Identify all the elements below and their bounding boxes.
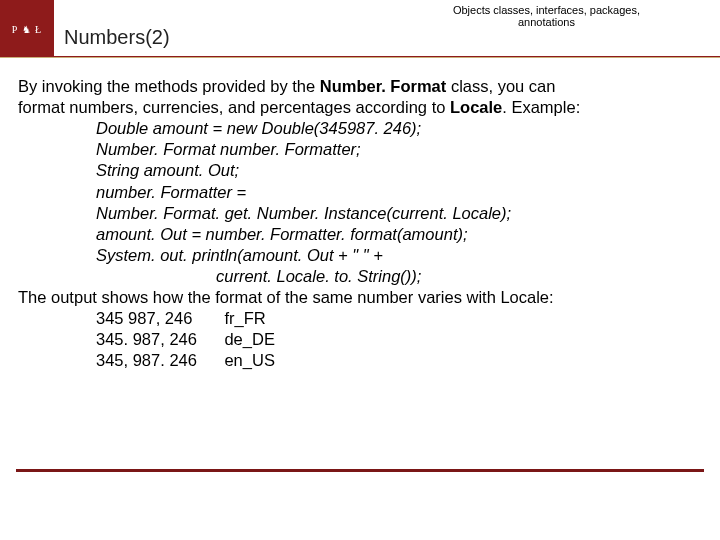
code-l1: Double amount = new Double(345987. 246); <box>96 118 706 139</box>
code-l8: current. Locale. to. String()); <box>216 266 706 287</box>
slide-title: Numbers(2) <box>64 26 170 49</box>
code-l5: Number. Format. get. Number. Instance(cu… <box>96 203 706 224</box>
code-l7: System. out. println(amount. Out + " " + <box>96 245 706 266</box>
intro-line-2: format numbers, currencies, and percenta… <box>18 97 706 118</box>
intro1c: class, you can <box>446 77 555 95</box>
header: P ♞ Ł Objects classes, interfaces, packa… <box>0 0 720 58</box>
topic-line2: annotations <box>518 16 575 28</box>
topic-line1: Objects classes, interfaces, packages, <box>453 4 640 16</box>
code-l2: Number. Format number. Formatter; <box>96 139 706 160</box>
code-l6: amount. Out = number. Formatter. format(… <box>96 224 706 245</box>
output-block: 345 987, 246 fr_FR 345. 987, 246 de_DE 3… <box>96 308 706 371</box>
content: By invoking the methods provided by the … <box>0 58 720 372</box>
intro-line-1: By invoking the methods provided by the … <box>18 76 706 97</box>
slide: P ♞ Ł Objects classes, interfaces, packa… <box>0 0 720 540</box>
code-l3: String amount. Out; <box>96 160 706 181</box>
intro1b: Number. Format <box>320 77 447 95</box>
logo-text: P ♞ Ł <box>12 24 42 35</box>
output-r1: 345 987, 246 fr_FR <box>96 308 706 329</box>
code-l4: number. Formatter = <box>96 182 706 203</box>
output-r2: 345. 987, 246 de_DE <box>96 329 706 350</box>
intro2c: . Example: <box>502 98 580 116</box>
outro-line: The output shows how the format of the s… <box>18 287 706 308</box>
title-underline <box>0 56 720 58</box>
output-r3: 345, 987. 246 en_US <box>96 350 706 371</box>
bottom-rule <box>16 469 704 472</box>
intro2a: format numbers, currencies, and percenta… <box>18 98 450 116</box>
code-block: Double amount = new Double(345987. 246);… <box>96 118 706 287</box>
logo-block: P ♞ Ł <box>0 0 54 58</box>
intro1a: By invoking the methods provided by the <box>18 77 320 95</box>
topic-label: Objects classes, interfaces, packages, a… <box>453 4 640 28</box>
intro2b: Locale <box>450 98 502 116</box>
